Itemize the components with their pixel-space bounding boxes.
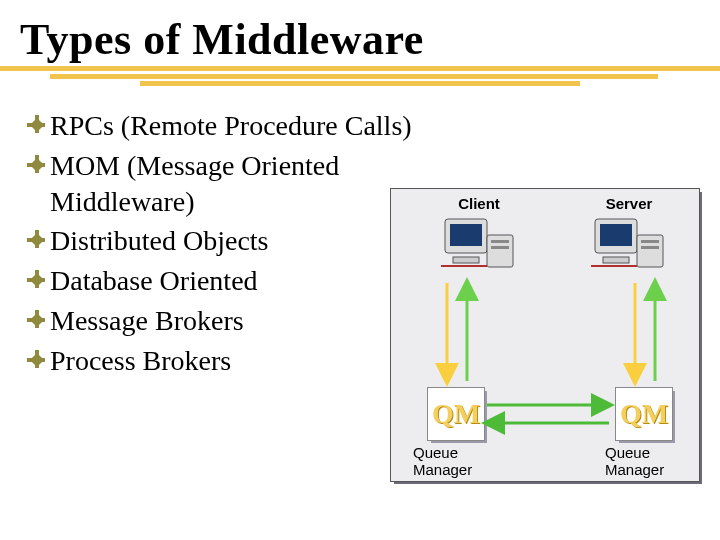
svg-rect-17 — [30, 353, 44, 367]
svg-rect-22 — [491, 240, 509, 243]
svg-rect-11 — [30, 273, 44, 287]
slide: Types of Middleware RPCs (Remote Procedu… — [0, 0, 720, 540]
svg-rect-20 — [453, 257, 479, 263]
queue-manager-box: QM — [427, 387, 485, 441]
client-label: Client — [439, 195, 519, 212]
svg-rect-24 — [441, 265, 487, 267]
bullet-icon — [26, 349, 46, 369]
svg-rect-2 — [30, 118, 44, 132]
svg-rect-23 — [491, 246, 509, 249]
qm-inside-label: QM — [428, 388, 484, 440]
bullet-icon — [26, 309, 46, 329]
bullet-icon — [26, 114, 46, 134]
computer-icon — [589, 217, 667, 279]
queue-manager-box: QM — [615, 387, 673, 441]
underline-bar — [140, 81, 580, 86]
svg-rect-8 — [30, 233, 44, 247]
bullet-text: Database Oriented — [50, 263, 258, 299]
bullet-icon — [26, 229, 46, 249]
bullet-icon — [26, 154, 46, 174]
svg-rect-19 — [450, 224, 482, 246]
underline-bar — [50, 74, 658, 79]
underline-bar — [0, 66, 720, 71]
list-item: RPCs (Remote Procedure Calls) — [26, 108, 456, 144]
slide-title: Types of Middleware — [20, 14, 700, 65]
queue-manager-label: Queue Manager — [605, 445, 695, 478]
bullet-text: RPCs (Remote Procedure Calls) — [50, 108, 412, 144]
title-underline — [0, 66, 720, 90]
diagram-body: Client Server — [390, 188, 700, 482]
svg-rect-14 — [30, 313, 44, 327]
svg-rect-26 — [600, 224, 632, 246]
server-label: Server — [589, 195, 669, 212]
bullet-text: Message Brokers — [50, 303, 244, 339]
svg-rect-27 — [603, 257, 629, 263]
computer-icon — [439, 217, 517, 279]
mom-diagram: Client Server — [390, 188, 702, 484]
svg-rect-5 — [30, 158, 44, 172]
title-area: Types of Middleware — [20, 14, 700, 65]
bullet-text: Distributed Objects — [50, 223, 269, 259]
qm-inside-label: QM — [616, 388, 672, 440]
svg-rect-29 — [641, 240, 659, 243]
queue-manager-label: Queue Manager — [413, 445, 503, 478]
svg-rect-31 — [591, 265, 637, 267]
svg-rect-28 — [637, 235, 663, 267]
svg-rect-21 — [487, 235, 513, 267]
bullet-text: Process Brokers — [50, 343, 231, 379]
bullet-icon — [26, 269, 46, 289]
svg-rect-30 — [641, 246, 659, 249]
